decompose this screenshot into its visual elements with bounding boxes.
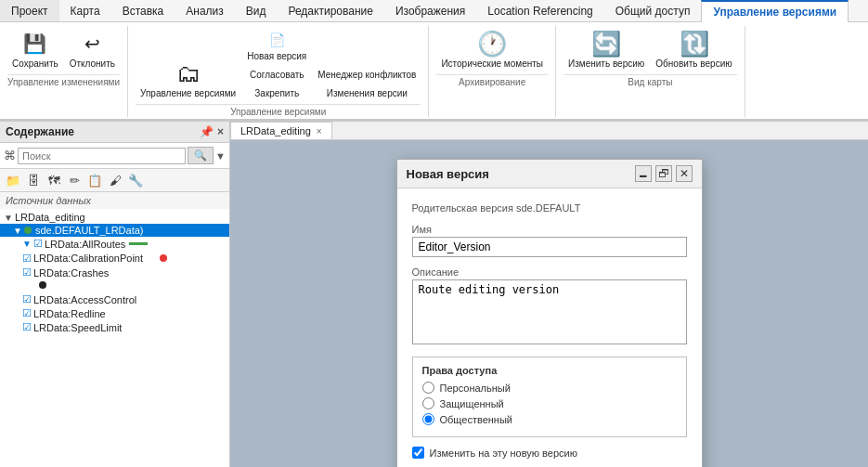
search-button[interactable]: 🔍 [188, 147, 214, 164]
radio-personal-input[interactable] [422, 382, 434, 394]
radio-protected-input[interactable] [422, 397, 434, 409]
tree-item-lrdata-editing[interactable]: ▼ LRData_editing [0, 211, 229, 224]
close-dialog-button[interactable]: ✕ [676, 165, 693, 182]
tab-insert[interactable]: Вставка [111, 0, 175, 21]
radio-public-label: Общественный [440, 414, 512, 425]
list-icon[interactable]: 📋 [85, 171, 104, 189]
tree-label: LRData:SpeedLimit [33, 322, 122, 333]
dropdown-icon[interactable]: ▼ [215, 150, 226, 162]
ribbon-group-mapview-items: 🔄 Изменить версию 🔃 Обновить версию [564, 26, 737, 72]
tree-label: LRData_editing [15, 212, 85, 223]
radio-personal: Персональный [422, 382, 677, 394]
description-label: Описание [412, 266, 687, 278]
new-version-icon: 📄 [266, 29, 288, 51]
manage-versions-button[interactable]: 🗂 Управление версиями [136, 56, 240, 102]
change-version-button[interactable]: 🔄 Изменить версию [564, 26, 649, 72]
check-icon: ☑ [22, 293, 32, 305]
ribbon-group-archive: 🕐 Исторические моменты Архивирование [429, 26, 556, 117]
pin-icon[interactable]: 📌 [200, 125, 214, 138]
change-version-label: Изменить версию [568, 58, 644, 70]
arrow-icon: ▼ [22, 239, 32, 249]
ribbon-group-mapview: 🔄 Изменить версию 🔃 Обновить версию Вид … [556, 26, 745, 117]
post-button[interactable]: Закрепить [242, 85, 311, 102]
new-version-button[interactable]: 📄 Новая версия [242, 26, 311, 65]
tree-area: ▼ LRData_editing ▼ sde.DEFAULT_LRData) ▼… [0, 209, 229, 467]
modal-body: Родительская версия sde.DEFAULT sde.DEFA… [397, 188, 702, 467]
minimize-button[interactable]: 🗕 [635, 165, 652, 182]
close-tab-icon[interactable]: × [317, 126, 322, 136]
tree-item-calibration[interactable]: ☑ LRData:CalibrationPoint [0, 251, 229, 266]
tree-item-crashes[interactable]: ☑ LRData:Crashes [0, 266, 229, 292]
reject-button[interactable]: ↩ Отклонить [65, 26, 120, 72]
tree-item-allroutes[interactable]: ▼ ☑ LRData:AllRoutes [0, 237, 229, 251]
conflicts-button[interactable]: Менеджер конфликтов [313, 67, 421, 84]
tab-edit[interactable]: Редактирование [277, 0, 383, 21]
close-sidebar-icon[interactable]: × [217, 125, 224, 138]
sidebar-toolbar: 📁 🗄 🗺 ✏ 📋 🖌 🔧 [0, 169, 229, 192]
paint-icon[interactable]: 🖌 [106, 171, 124, 189]
tab-view[interactable]: Вид [235, 0, 278, 21]
tab-images[interactable]: Изображения [384, 0, 476, 21]
sidebar-header-icons: 📌 × [200, 125, 224, 138]
sidebar-header: Содержание 📌 × [0, 122, 229, 143]
layer-icon[interactable]: 🗺 [45, 171, 63, 189]
tree-label: LRData:CalibrationPoint [33, 253, 143, 264]
switch-version-label: Изменить на эту новую версию [430, 448, 577, 459]
restore-button[interactable]: 🗗 [655, 165, 672, 182]
tree-item-access[interactable]: ☑ LRData:AccessControl [0, 292, 229, 306]
settings-icon[interactable]: 🔧 [126, 171, 145, 189]
tab-project[interactable]: Проект [0, 0, 59, 21]
check-icon: ☑ [22, 266, 32, 279]
map-tab-label: LRData_editing [240, 125, 311, 136]
folder-icon[interactable]: 📁 [4, 171, 22, 189]
content-area: LRData_editing × Новая версия 🗕 🗗 ✕ [230, 122, 868, 467]
new-version-dialog: Новая версия 🗕 🗗 ✕ Родительская версия s… [396, 159, 703, 467]
search-input[interactable] [18, 148, 186, 164]
ribbon-group-versions-items: 🗂 Управление версиями 📄 Новая версия Сог… [136, 26, 421, 102]
map-tab[interactable]: LRData_editing × [230, 122, 332, 139]
arrow-icon: ▼ [4, 213, 13, 223]
reconcile-button[interactable]: Согласовать [242, 67, 311, 84]
ribbon-content: 💾 Сохранить ↩ Отклонить Управление измен… [0, 22, 868, 121]
switch-version-checkbox[interactable] [412, 447, 424, 459]
moments-button[interactable]: 🕐 Исторические моменты [436, 26, 548, 72]
update-version-icon: 🔃 [680, 29, 709, 58]
tree-item-sde-default[interactable]: ▼ sde.DEFAULT_LRData) [0, 224, 229, 237]
changes-button[interactable]: Изменения версии [313, 85, 421, 102]
ribbon-group-changes-label: Управление изменениями [7, 74, 120, 87]
sidebar: Содержание 📌 × ⌘ 🔍 ▼ 📁 🗄 🗺 ✏ 📋 🖌 🔧 Источ… [0, 122, 230, 467]
map-area[interactable]: Новая версия 🗕 🗗 ✕ Родительская версия s… [230, 140, 868, 467]
tab-versions[interactable]: Управление версиями [701, 0, 849, 22]
tab-lr[interactable]: Location Referencing [476, 0, 603, 21]
tree-label: LRData:AccessControl [33, 294, 136, 305]
update-version-label: Обновить версию [655, 58, 732, 70]
ribbon-group-archive-label: Архивирование [436, 74, 548, 87]
tree-item-redline[interactable]: ☑ LRData:Redline [0, 306, 229, 320]
ribbon-group-versions: 🗂 Управление версиями 📄 Новая версия Сог… [128, 26, 429, 117]
search-bar: ⌘ 🔍 ▼ [0, 143, 229, 169]
sidebar-title: Содержание [6, 125, 74, 138]
switch-version-row: Изменить на эту новую версию [412, 447, 687, 459]
radio-public-input[interactable] [422, 413, 434, 425]
save-button[interactable]: 💾 Сохранить [7, 26, 63, 72]
database-icon[interactable]: 🗄 [24, 171, 43, 189]
update-version-button[interactable]: 🔃 Обновить версию [651, 26, 736, 72]
tab-analysis[interactable]: Анализ [175, 0, 235, 21]
description-input[interactable]: Route editing version [412, 279, 687, 344]
main-area: Содержание 📌 × ⌘ 🔍 ▼ 📁 🗄 🗺 ✏ 📋 🖌 🔧 Источ… [0, 122, 868, 467]
parent-version-row: Родительская версия sde.DEFAULT sde.DEFA… [412, 201, 687, 214]
name-input[interactable] [412, 237, 687, 257]
radio-protected-label: Защищенный [440, 398, 504, 409]
ribbon-tabs: Проект Карта Вставка Анализ Вид Редактир… [0, 0, 868, 22]
tree-label: sde.DEFAULT_LRData) [35, 225, 144, 236]
tab-bar: LRData_editing × [230, 122, 868, 140]
conflicts-label: Менеджер конфликтов [317, 70, 416, 81]
tree-item-speedlimit[interactable]: ☑ LRData:SpeedLimit [0, 320, 229, 334]
tab-share[interactable]: Общий доступ [604, 0, 702, 21]
filter-icon: ⌘ [4, 149, 16, 162]
tab-map[interactable]: Карта [59, 0, 111, 21]
change-version-icon: 🔄 [591, 29, 621, 58]
moments-icon: 🕐 [477, 29, 507, 58]
post-label: Закрепить [254, 88, 299, 99]
edit-icon[interactable]: ✏ [65, 171, 84, 189]
